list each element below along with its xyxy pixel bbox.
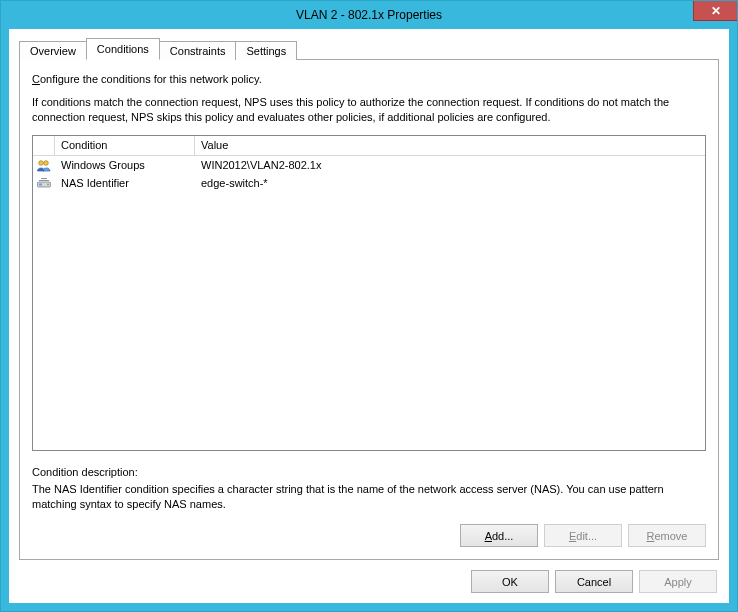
tab-page-conditions: Configure the conditions for this networ… [19,59,719,560]
tab-settings[interactable]: Settings [235,41,297,60]
listview-header-condition[interactable]: Condition [55,136,195,155]
svg-point-1 [44,160,49,165]
add-button[interactable]: Add... [460,524,538,547]
edit-label: Edit... [569,530,597,542]
instruction-line-1-rest: onfigure the conditions for this network… [40,73,262,85]
row-value: edge-switch-* [195,177,705,189]
cancel-button[interactable]: Cancel [555,570,633,593]
svg-rect-3 [39,183,42,185]
instructions: Configure the conditions for this networ… [32,72,706,125]
conditions-listview[interactable]: Condition Value [32,135,706,452]
tab-constraints-label: Constraints [170,45,226,57]
ok-button[interactable]: OK [471,570,549,593]
condition-description: Condition description: The NAS Identifie… [32,465,706,512]
listview-header-icon[interactable] [33,136,55,155]
row-icon-cell [33,157,55,173]
close-button[interactable]: ✕ [693,1,737,21]
groups-icon [36,157,52,173]
remove-label: Remove [647,530,688,542]
listview-header-value[interactable]: Value [195,136,705,155]
instruction-line-2: If conditions match the connection reque… [32,95,706,125]
listview-body: Windows Groups WIN2012\VLAN2-802.1x [33,156,705,451]
add-label: Add... [485,530,514,542]
svg-point-4 [47,183,49,185]
instruction-line-1: Configure the conditions for this networ… [32,72,706,87]
condition-buttons: Add... Edit... Remove [32,524,706,547]
tab-overview[interactable]: Overview [19,41,87,60]
instruction-accel: C [32,73,40,85]
description-title: Condition description: [32,465,706,480]
row-icon-cell [33,175,55,191]
row-condition: NAS Identifier [55,177,195,189]
table-row[interactable]: Windows Groups WIN2012\VLAN2-802.1x [33,156,705,174]
row-condition: Windows Groups [55,159,195,171]
remove-button: Remove [628,524,706,547]
dialog-buttons: OK Cancel Apply [19,570,719,593]
listview-header: Condition Value [33,136,705,156]
properties-dialog: VLAN 2 - 802.1x Properties ✕ Overview Co… [0,0,738,612]
row-value: WIN2012\VLAN2-802.1x [195,159,705,171]
titlebar[interactable]: VLAN 2 - 802.1x Properties ✕ [1,1,737,29]
window-title: VLAN 2 - 802.1x Properties [1,8,737,22]
apply-button: Apply [639,570,717,593]
edit-button: Edit... [544,524,622,547]
tab-strip: Overview Conditions Constraints Settings [19,37,719,59]
close-icon: ✕ [711,4,721,18]
tab-conditions-label: Conditions [97,43,149,55]
tab-constraints[interactable]: Constraints [159,41,237,60]
svg-point-0 [39,160,44,165]
client-area: Overview Conditions Constraints Settings… [1,29,737,611]
tab-overview-label: Overview [30,45,76,57]
tab-conditions[interactable]: Conditions [86,38,160,60]
nas-icon [36,175,52,191]
tab-settings-label: Settings [246,45,286,57]
table-row[interactable]: NAS Identifier edge-switch-* [33,174,705,192]
description-text: The NAS Identifier condition specifies a… [32,482,706,512]
